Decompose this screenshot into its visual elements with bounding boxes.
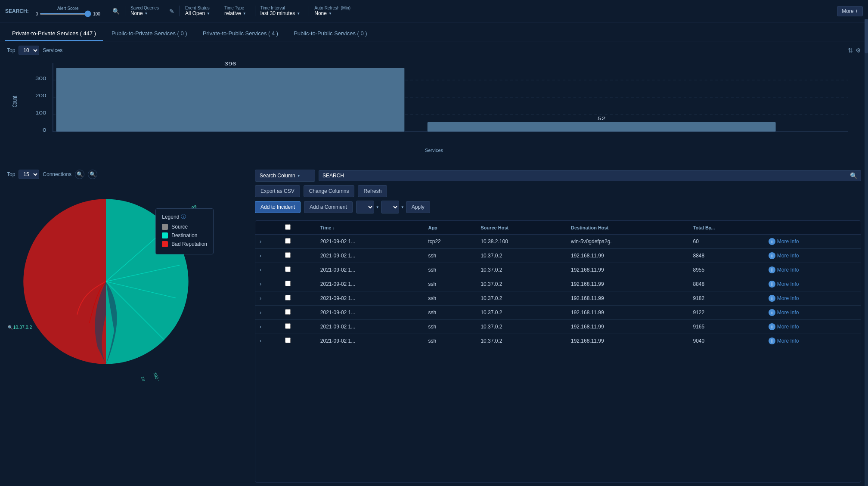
- more-info-button-7[interactable]: i More Info: [769, 337, 799, 344]
- more-info-button-5[interactable]: i More Info: [769, 309, 799, 316]
- cell-info: i More Info: [764, 249, 861, 263]
- expand-button-1[interactable]: ›: [260, 253, 261, 259]
- saved-queries-control[interactable]: Saved Queries None ▼: [125, 6, 164, 16]
- add-comment-button[interactable]: Add a Comment: [304, 201, 353, 213]
- expand-button-5[interactable]: ›: [260, 310, 261, 316]
- apply-select-2[interactable]: [381, 201, 399, 214]
- cell-expand: ›: [255, 249, 281, 263]
- legend-item-source: Source: [162, 224, 207, 230]
- legend-label-bad-reputation: Bad Reputation: [171, 241, 207, 247]
- cell-time: 2021-09-02 1...: [316, 291, 424, 306]
- row-checkbox-4[interactable]: [285, 295, 291, 300]
- expand-button-7[interactable]: ›: [260, 338, 261, 344]
- top-chart-category: Services: [43, 47, 62, 53]
- cell-checkbox: [281, 277, 316, 291]
- cell-source-host: 10.38.2.100: [476, 235, 567, 249]
- table-section: Search Column ▼ 🔍 Export as CSV Change C…: [255, 170, 861, 483]
- cell-app: ssh: [424, 291, 476, 306]
- table-body: › 2021-09-02 1... tcp22 10.38.2.100 win-…: [255, 235, 861, 348]
- time-type-control[interactable]: Time Type relative ▼: [219, 6, 251, 16]
- row-checkbox-6[interactable]: [285, 323, 291, 329]
- refresh-button[interactable]: Refresh: [358, 185, 387, 197]
- apply-button[interactable]: Apply: [406, 201, 430, 213]
- cell-expand: ›: [255, 263, 281, 277]
- svg-text:192.168.2...: 192.168.2...: [140, 376, 152, 381]
- connections-top-select[interactable]: 15 10 25: [19, 170, 39, 179]
- zoom-in-btn[interactable]: 🔍: [75, 170, 84, 179]
- more-info-button-0[interactable]: i More Info: [769, 238, 799, 245]
- chart-sort-icon[interactable]: ⇅: [848, 47, 853, 54]
- action-row-2: Add to Incident Add a Comment ▼ ▼ Apply: [255, 201, 861, 214]
- cell-dest-host: 192.168.11.99: [567, 263, 689, 277]
- svg-text:396: 396: [224, 61, 236, 66]
- change-columns-button[interactable]: Change Columns: [304, 185, 355, 197]
- info-icon-7: i: [769, 337, 775, 344]
- tab-private-to-private[interactable]: Private-to-Private Services ( 447 ): [5, 27, 103, 41]
- expand-button-2[interactable]: ›: [260, 267, 261, 273]
- event-status-control[interactable]: Event Status All Open ▼: [180, 6, 215, 16]
- cell-info: i More Info: [764, 263, 861, 277]
- cell-checkbox: [281, 320, 316, 334]
- cell-dest-host: 192.168.11.99: [567, 306, 689, 320]
- cell-checkbox: [281, 235, 316, 249]
- more-info-button-1[interactable]: i More Info: [769, 252, 799, 259]
- row-checkbox-3[interactable]: [285, 281, 291, 286]
- legend-label-destination: Destination: [171, 232, 197, 238]
- header: SEARCH: Alert Score 0 100 🔍 Saved Querie…: [0, 0, 868, 22]
- row-checkbox-2[interactable]: [285, 266, 291, 272]
- tab-public-to-private[interactable]: Public-to-Private Services ( 0 ): [105, 27, 194, 41]
- expand-button-0[interactable]: ›: [260, 238, 261, 245]
- chart-settings-icon[interactable]: ⚙: [856, 47, 861, 54]
- top-chart-controls: Top 10 15 25 Services ⇅ ⚙: [7, 46, 861, 55]
- action-row-1: Export as CSV Change Columns Refresh: [255, 185, 861, 197]
- svg-text:192.168...: 192.168...: [153, 371, 164, 381]
- search-input[interactable]: [322, 173, 850, 179]
- cell-time: 2021-09-02 1...: [316, 334, 424, 348]
- more-button[interactable]: More +: [837, 6, 863, 16]
- expand-button-6[interactable]: ›: [260, 324, 261, 330]
- search-icon-btn[interactable]: 🔍: [111, 6, 121, 16]
- top-number-select[interactable]: 10 15 25: [19, 46, 39, 55]
- expand-button-3[interactable]: ›: [260, 281, 261, 287]
- edit-saved-queries-icon[interactable]: ✎: [167, 6, 176, 16]
- more-info-button-6[interactable]: i More Info: [769, 323, 799, 330]
- tab-private-to-public[interactable]: Private-to-Public Services ( 4 ): [196, 27, 285, 41]
- cell-dest-host: 192.168.11.99: [567, 249, 689, 263]
- th-dest-host: Destination Host: [567, 221, 689, 235]
- cell-info: i More Info: [764, 235, 861, 249]
- time-sort-icon[interactable]: ↓: [332, 226, 335, 230]
- more-info-button-3[interactable]: i More Info: [769, 281, 799, 288]
- more-info-button-4[interactable]: i More Info: [769, 295, 799, 302]
- time-interval-control[interactable]: Time Interval last 30 minutes ▼: [255, 6, 306, 16]
- time-interval-value: last 30 minutes ▼: [260, 10, 301, 16]
- th-expand: [255, 221, 281, 235]
- alert-score-section: Alert Score 0 100: [36, 6, 100, 16]
- time-type-arrow: ▼: [243, 12, 246, 15]
- row-checkbox-7[interactable]: [285, 337, 291, 343]
- auto-refresh-control[interactable]: Auto Refresh (Min) None ▼: [309, 6, 356, 16]
- alert-score-label: Alert Score: [57, 6, 78, 11]
- search-column-dropdown[interactable]: Search Column ▼: [255, 170, 315, 182]
- apply-select-1[interactable]: [356, 201, 374, 214]
- info-icon-0: i: [769, 238, 775, 245]
- svg-text:100: 100: [35, 111, 46, 116]
- expand-button-4[interactable]: ›: [260, 295, 261, 301]
- row-checkbox-1[interactable]: [285, 252, 291, 258]
- svg-text:300: 300: [35, 76, 46, 81]
- export-csv-button[interactable]: Export as CSV: [255, 185, 300, 197]
- chart-icons: ⇅ ⚙: [848, 47, 861, 54]
- select-all-checkbox[interactable]: [285, 224, 291, 230]
- row-checkbox-5[interactable]: [285, 309, 291, 315]
- pie-chart-section: Top 15 10 25 Connections 🔍 🔍: [7, 170, 248, 483]
- scrollbar-thumb[interactable]: [865, 19, 868, 53]
- cell-checkbox: [281, 306, 316, 320]
- zoom-out-btn[interactable]: 🔍: [88, 170, 97, 179]
- alert-score-slider[interactable]: [40, 13, 91, 15]
- time-interval-label: Time Interval: [260, 6, 301, 10]
- row-checkbox-0[interactable]: [285, 238, 291, 244]
- add-to-incident-button[interactable]: Add to Incident: [255, 201, 301, 213]
- more-info-button-2[interactable]: i More Info: [769, 266, 799, 273]
- svg-text:10.37.0.2: 10.37.0.2: [13, 325, 32, 330]
- table-header-row: Time ↓ App Source Host Destination Host …: [255, 221, 861, 235]
- tab-public-to-public[interactable]: Public-to-Public Services ( 0 ): [287, 27, 374, 41]
